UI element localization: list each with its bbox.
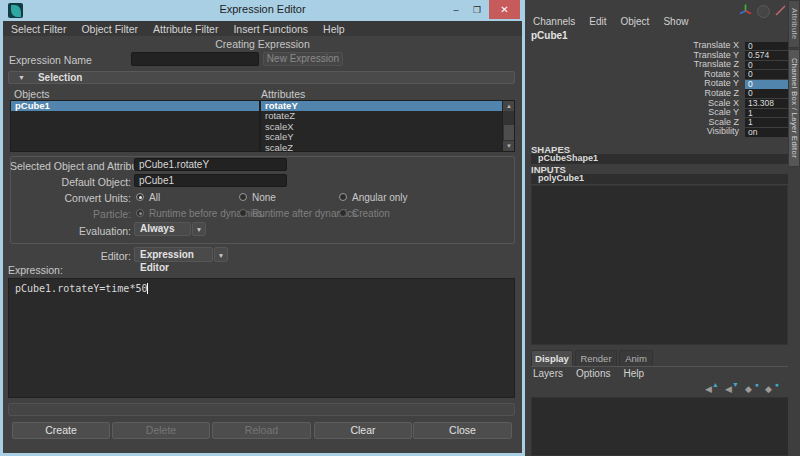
evaluation-dropdown[interactable]: Always bbox=[134, 222, 191, 236]
maximize-button[interactable]: ❐ bbox=[468, 4, 486, 17]
attribute-item[interactable]: scaleZ bbox=[261, 143, 502, 152]
expression-name-label: Expression Name bbox=[9, 54, 92, 66]
radio-convert-angular[interactable] bbox=[339, 193, 347, 201]
particle-label: Particle: bbox=[10, 208, 131, 220]
radio-convert-none[interactable] bbox=[239, 193, 247, 201]
menu-help-layers[interactable]: Help bbox=[623, 368, 644, 379]
default-object-input[interactable]: pCube1 bbox=[134, 174, 287, 187]
menu-object-filter[interactable]: Object Filter bbox=[81, 23, 138, 35]
attribute-item[interactable]: scaleX bbox=[261, 122, 502, 132]
new-empty-layer-icon[interactable]: ◆ ● bbox=[745, 383, 759, 395]
editor-dropdown[interactable]: Expression Editor bbox=[134, 247, 213, 262]
menu-object[interactable]: Object bbox=[621, 16, 650, 27]
sphere-tool-icon[interactable] bbox=[757, 5, 770, 18]
minimize-button[interactable]: – bbox=[447, 4, 465, 17]
evaluation-label: Evaluation: bbox=[10, 225, 131, 237]
channel-value-field[interactable]: on bbox=[745, 128, 788, 137]
channel-value-field[interactable]: 0 bbox=[745, 42, 788, 51]
channel-box-object-name[interactable]: pCube1 bbox=[531, 30, 568, 41]
channel-box-empty-area bbox=[531, 185, 788, 345]
expression-textarea[interactable]: pCube1.rotateY=time*50 bbox=[8, 278, 515, 398]
menu-help[interactable]: Help bbox=[323, 23, 345, 35]
channel-value-field[interactable]: 1 bbox=[745, 118, 788, 127]
create-button[interactable]: Create bbox=[12, 422, 110, 439]
attributes-scrollbar[interactable]: ▲ ▼ bbox=[502, 101, 514, 151]
new-layer-from-selected-icon[interactable]: ◆ ● bbox=[765, 383, 779, 395]
radio-particle-creation bbox=[339, 209, 347, 217]
channel-value-field[interactable]: 0 bbox=[745, 61, 788, 70]
channel-row[interactable]: Translate Y 0.574 bbox=[531, 51, 788, 61]
maya-workspace: Channels Edit Object Show pCube1 Transla… bbox=[0, 0, 800, 456]
radio-convert-none-label[interactable]: None bbox=[252, 192, 276, 203]
close-dialog-button[interactable]: Close bbox=[413, 422, 512, 439]
input-item[interactable]: polyCube1 bbox=[531, 174, 788, 184]
menu-insert-functions[interactable]: Insert Functions bbox=[233, 23, 308, 35]
scrollbar-thumb[interactable] bbox=[504, 125, 514, 140]
attributes-list: rotateY rotateZ scaleX scaleY scaleZ ▲ ▼ bbox=[260, 100, 515, 152]
menu-select-filter[interactable]: Select Filter bbox=[11, 23, 66, 35]
menu-channels[interactable]: Channels bbox=[533, 16, 575, 27]
attributes-label: Attributes bbox=[261, 88, 305, 100]
object-item-pcube1[interactable]: pCube1 bbox=[11, 101, 259, 111]
editor-dropdown-arrow-icon[interactable]: ▼ bbox=[214, 247, 228, 262]
tab-anim[interactable]: Anim bbox=[619, 350, 653, 366]
channel-box-menubar: Channels Edit Object Show bbox=[533, 16, 688, 27]
clear-button[interactable]: Clear bbox=[314, 422, 412, 439]
layer-buttons: ◀ ▲ ◀ ▼ ◆ ● ◆ ● bbox=[705, 383, 779, 395]
layer-editor-menubar: Layers Options Help bbox=[533, 368, 644, 379]
channel-value-field[interactable]: 0 bbox=[745, 89, 788, 98]
tab-render[interactable]: Render bbox=[575, 350, 617, 366]
radio-convert-all[interactable] bbox=[136, 193, 144, 201]
shape-item[interactable]: pCubeShape1 bbox=[531, 154, 788, 164]
move-layer-up-icon[interactable]: ◀ ▲ bbox=[705, 383, 719, 395]
channel-value-field[interactable]: 13.308 bbox=[745, 99, 788, 108]
channel-list: Translate X 0 Translate Y 0.574 Translat… bbox=[531, 41, 788, 137]
menu-edit[interactable]: Edit bbox=[589, 16, 606, 27]
menu-options[interactable]: Options bbox=[576, 368, 610, 379]
attribute-item[interactable]: rotateZ bbox=[261, 111, 502, 121]
menu-show[interactable]: Show bbox=[663, 16, 688, 27]
channel-value-field[interactable]: 0.574 bbox=[745, 51, 788, 60]
collapse-triangle-icon: ▼ bbox=[18, 74, 25, 81]
evaluation-dropdown-arrow-icon[interactable]: ▼ bbox=[192, 222, 206, 236]
menu-attribute-filter[interactable]: Attribute Filter bbox=[153, 23, 218, 35]
layers-list-panel bbox=[531, 397, 790, 456]
dialog-menubar: Select Filter Object Filter Attribute Fi… bbox=[3, 21, 522, 36]
scroll-up-icon[interactable]: ▲ bbox=[503, 101, 515, 111]
channel-value-field[interactable]: 0 bbox=[745, 80, 788, 89]
channel-value-field[interactable]: 0 bbox=[745, 70, 788, 79]
attribute-item[interactable]: scaleY bbox=[261, 132, 502, 142]
channel-row[interactable]: Visibility on bbox=[531, 127, 788, 137]
selected-object-attribute-input[interactable]: pCube1.rotateY bbox=[134, 158, 287, 171]
channel-value-field[interactable]: 1 bbox=[745, 109, 788, 118]
scroll-down-icon[interactable]: ▼ bbox=[503, 141, 515, 151]
reload-button: Reload bbox=[212, 422, 311, 439]
creating-expression-label: Creating Expression bbox=[3, 38, 522, 50]
selection-section-header[interactable]: ▼ Selection bbox=[8, 71, 515, 84]
convert-units-label: Convert Units: bbox=[10, 192, 131, 204]
attribute-item[interactable]: rotateY bbox=[261, 101, 502, 111]
tab-channel-box-layer-editor[interactable]: Channel Box / Layer Editor bbox=[788, 49, 800, 167]
menu-layers[interactable]: Layers bbox=[533, 368, 563, 379]
expression-text: pCube1.rotateY=time*50 bbox=[15, 283, 148, 294]
tab-display[interactable]: Display bbox=[531, 350, 573, 366]
radio-convert-all-label[interactable]: All bbox=[149, 192, 160, 203]
move-tool-axis-icon[interactable] bbox=[738, 3, 753, 20]
move-layer-down-icon[interactable]: ◀ ▼ bbox=[725, 383, 739, 395]
radio-particle-runtime-before bbox=[136, 209, 144, 217]
expression-label: Expression: bbox=[8, 264, 63, 276]
default-object-label: Default Object: bbox=[10, 176, 131, 188]
radio-convert-angular-label[interactable]: Angular only bbox=[352, 192, 408, 203]
close-button[interactable]: ✕ bbox=[489, 0, 520, 19]
channel-row[interactable]: Rotate X 0 bbox=[531, 70, 788, 80]
objects-label: Objects bbox=[14, 88, 50, 100]
expression-name-input[interactable] bbox=[131, 52, 259, 66]
tab-attribute-editor[interactable]: Attribute Editor bbox=[788, 0, 800, 48]
pencil-tool-icon[interactable] bbox=[774, 4, 787, 19]
channel-row[interactable]: Scale Z 1 bbox=[531, 118, 788, 128]
new-expression-button[interactable]: New Expression bbox=[263, 52, 343, 66]
channel-row[interactable]: Scale X 13.308 bbox=[531, 99, 788, 109]
status-bar bbox=[8, 403, 515, 416]
radio-particle-creation-label: Creation bbox=[352, 208, 390, 219]
delete-button: Delete bbox=[112, 422, 210, 439]
